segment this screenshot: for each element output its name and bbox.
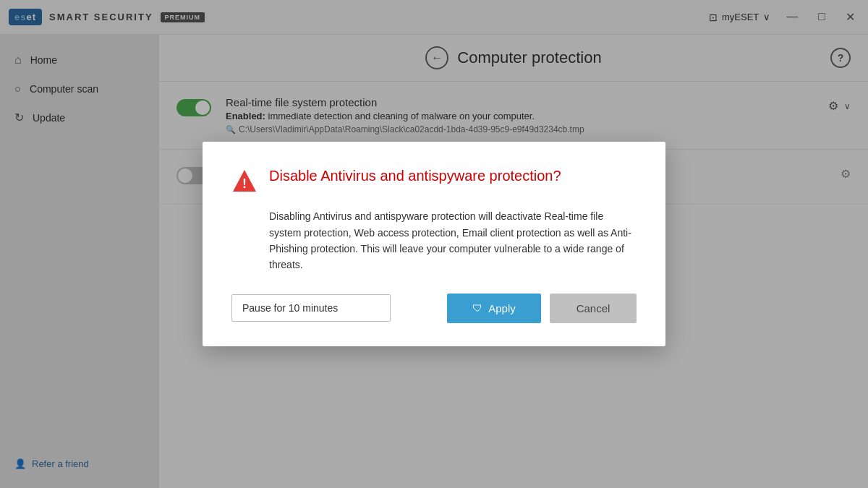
dropdown-wrapper: Pause for 10 minutes Pause for 30 minute… xyxy=(231,294,391,322)
modal-footer: Pause for 10 minutes Pause for 30 minute… xyxy=(231,294,637,323)
modal-buttons: 🛡 Apply Cancel xyxy=(447,294,637,323)
apply-label: Apply xyxy=(488,302,516,314)
shield-icon: 🛡 xyxy=(472,302,482,314)
modal-title: Disable Antivirus and antispyware protec… xyxy=(269,168,561,184)
svg-text:!: ! xyxy=(242,176,247,191)
modal-header: ! Disable Antivirus and antispyware prot… xyxy=(231,168,637,194)
modal-overlay: ! Disable Antivirus and antispyware prot… xyxy=(0,0,868,488)
apply-button[interactable]: 🛡 Apply xyxy=(447,294,541,323)
cancel-button[interactable]: Cancel xyxy=(550,294,637,323)
pause-dropdown[interactable]: Pause for 10 minutes Pause for 30 minute… xyxy=(231,294,391,322)
modal-dialog: ! Disable Antivirus and antispyware prot… xyxy=(203,142,665,346)
cancel-label: Cancel xyxy=(576,302,610,314)
warning-icon: ! xyxy=(231,168,258,194)
modal-body: Disabling Antivirus and antispyware prot… xyxy=(269,208,637,273)
